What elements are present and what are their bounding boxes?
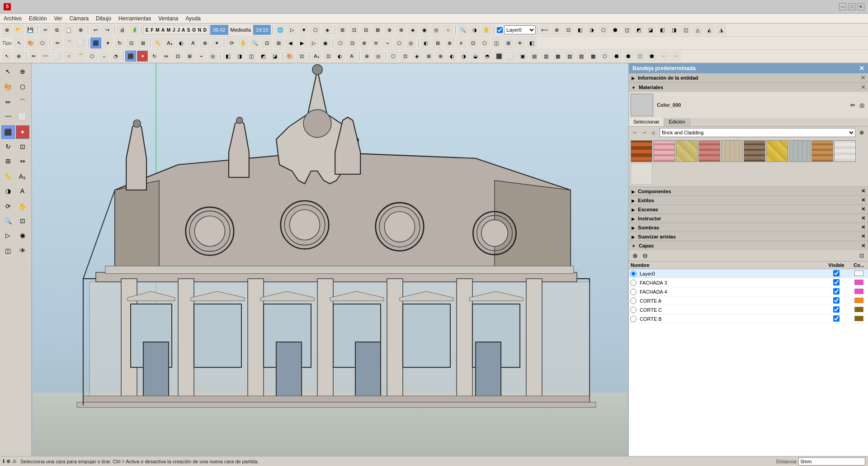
select-tool-left[interactable]: ↖: [1, 65, 15, 78]
components-close[interactable]: ✕: [861, 188, 865, 194]
flip-left[interactable]: ⇔: [16, 154, 29, 168]
cortea-color[interactable]: [854, 298, 863, 303]
walk2-tool[interactable]: ▷: [308, 38, 319, 48]
fachada3-visible[interactable]: [833, 279, 840, 285]
t3-dim2[interactable]: ⊡: [323, 51, 334, 62]
arc-tool[interactable]: ⌒: [64, 38, 75, 48]
layer-model-btn[interactable]: ⊕: [551, 24, 562, 35]
cortec-visible[interactable]: [833, 306, 840, 313]
section2-left[interactable]: ◫: [1, 244, 15, 257]
viewport[interactable]: Escena 1: [32, 63, 628, 456]
more-btn2[interactable]: ⬣: [610, 24, 621, 35]
add-layer-button[interactable]: ⊕: [631, 251, 640, 260]
section-left[interactable]: ◑: [1, 184, 15, 198]
mat-swatch-brick-dark[interactable]: [744, 140, 765, 162]
dim-tool[interactable]: A₁: [164, 38, 175, 48]
t3-pie[interactable]: ◔: [110, 51, 121, 62]
t3-flip[interactable]: ⇔: [160, 51, 171, 62]
t3-solid2[interactable]: ◩: [258, 51, 269, 62]
orbit-btn[interactable]: ◑: [469, 24, 480, 35]
fachada4-color[interactable]: [854, 289, 863, 294]
escenas-section-collapsed[interactable]: ▶ Escenas ✕: [629, 205, 868, 214]
t3-more1[interactable]: ⬡: [388, 51, 399, 62]
look-button[interactable]: ▼: [298, 24, 309, 35]
t3-more8[interactable]: ◒: [470, 51, 481, 62]
offset-left[interactable]: ⊞: [1, 154, 15, 168]
corteb-color[interactable]: [854, 316, 863, 321]
t3-more20[interactable]: ⬣: [611, 51, 622, 62]
cortea-radio[interactable]: [630, 298, 637, 304]
cortec-name[interactable]: CORTE C: [638, 307, 823, 313]
zoomwin-tool[interactable]: ⊞: [273, 38, 284, 48]
components-section-collapsed[interactable]: ▶ Componentes ✕: [629, 187, 868, 196]
instructor-close[interactable]: ✕: [861, 215, 865, 221]
t3-more16[interactable]: ▧: [564, 51, 575, 62]
walk-button[interactable]: ▷: [287, 24, 297, 35]
text-tool[interactable]: A: [188, 38, 198, 48]
solar-tool[interactable]: ☀: [514, 38, 525, 48]
panel-close-button[interactable]: ✕: [859, 65, 864, 72]
estilos-section-collapsed[interactable]: ▶ Estilos ✕: [629, 196, 868, 205]
minimize-button[interactable]: —: [839, 3, 846, 10]
mat-swatch-brick-orange[interactable]: [811, 140, 833, 162]
scale-tool[interactable]: ⊡: [126, 38, 137, 48]
menu-item-edición[interactable]: Edición: [25, 14, 50, 23]
t3-more11[interactable]: ⬜: [505, 51, 516, 62]
t3-btn2[interactable]: ⊕: [13, 51, 24, 62]
zoomfit-left[interactable]: ⊡: [16, 214, 29, 228]
menu-item-ayuda[interactable]: Ayuda: [182, 14, 204, 23]
t3-poly[interactable]: ⬡: [87, 51, 98, 62]
move-left[interactable]: ✦: [16, 125, 29, 139]
menu-item-herramientas[interactable]: Herramientas: [115, 14, 155, 23]
component-tool-left[interactable]: ⊕: [16, 65, 29, 78]
erase-button[interactable]: ⊗: [75, 24, 86, 35]
mat-nav-back[interactable]: ←: [631, 128, 640, 137]
protractor-tool[interactable]: ◐: [176, 38, 187, 48]
zoom-btn[interactable]: 🔍: [458, 24, 468, 35]
geo-button[interactable]: 🌐: [275, 24, 286, 35]
t3-more15[interactable]: ▦: [552, 51, 563, 62]
status-icon-warning[interactable]: ⚠: [12, 458, 17, 464]
roof-tool[interactable]: ⬡: [479, 38, 490, 48]
titlebar-controls[interactable]: — □ ✕: [839, 3, 864, 10]
escenas-close[interactable]: ✕: [861, 206, 865, 212]
undo-button[interactable]: ↩: [90, 24, 101, 35]
eye-left[interactable]: 👁: [16, 244, 29, 257]
more-btn8[interactable]: ◫: [680, 24, 691, 35]
t3-arc[interactable]: ⌒: [75, 51, 86, 62]
section-button[interactable]: ⬡: [310, 24, 321, 35]
fachada4-name[interactable]: FACHADA 4: [638, 289, 823, 295]
entity-info-header[interactable]: ▶ Información de la entidad ✕: [629, 73, 868, 82]
pan-tool[interactable]: ✋: [238, 38, 249, 48]
t3-more18[interactable]: ▩: [588, 51, 599, 62]
more-btn10[interactable]: ◭: [704, 24, 715, 35]
tape-tool[interactable]: 📏: [152, 38, 163, 48]
mat-swatch-brick-pink[interactable]: [653, 140, 675, 162]
instructor-section-collapsed[interactable]: ▶ Instructor ✕: [629, 214, 868, 223]
intersect-tool[interactable]: ⊗: [359, 38, 369, 48]
t3-more13[interactable]: ▤: [529, 51, 540, 62]
zoom-tool[interactable]: 🔍: [250, 38, 260, 48]
scale-left[interactable]: ⊡: [16, 140, 29, 153]
move-tool[interactable]: ✦: [102, 38, 113, 48]
t3-more5[interactable]: ⊗: [435, 51, 446, 62]
status-icon-info[interactable]: ℹ: [3, 458, 5, 464]
offset-tool[interactable]: ⊞: [137, 38, 148, 48]
weld-tool[interactable]: ⊞: [432, 38, 443, 48]
more-btn3[interactable]: ◫: [622, 24, 632, 35]
curtain-tool[interactable]: ≡: [456, 38, 467, 48]
view-btn3[interactable]: ⊟: [360, 24, 371, 35]
close-button[interactable]: ✕: [857, 3, 864, 10]
menu-item-ventana[interactable]: Ventana: [155, 14, 182, 23]
t3-pencil[interactable]: ✏: [28, 51, 39, 62]
mirror-tool[interactable]: ⊡: [467, 38, 478, 48]
redo-button[interactable]: ↪: [102, 24, 113, 35]
sandbox-tool[interactable]: ≋: [370, 38, 381, 48]
tape-left[interactable]: 📏: [1, 170, 15, 183]
corteb-radio[interactable]: [630, 316, 637, 322]
mat-swatch-stone-yellow[interactable]: [766, 140, 788, 162]
t3-more10[interactable]: ⬛: [494, 51, 505, 62]
more-btn7[interactable]: ◨: [669, 24, 679, 35]
t3-more7[interactable]: ◑: [458, 51, 469, 62]
view-btn4[interactable]: ⊠: [372, 24, 383, 35]
